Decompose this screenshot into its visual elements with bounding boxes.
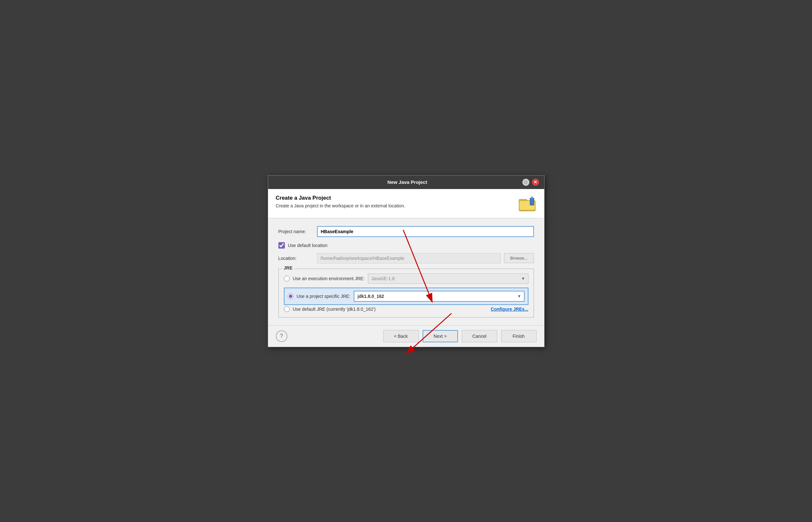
- dialog-footer: ? < Back Next > Cancel Finish: [268, 325, 544, 347]
- default-location-row: Use default location: [278, 242, 534, 248]
- use-default-location-checkbox[interactable]: [278, 242, 285, 248]
- jre-env-radio[interactable]: [284, 276, 290, 281]
- jre-project-label[interactable]: Use a project specific JRE:: [297, 294, 351, 299]
- jre-option3-row: Use default JRE (currently 'jdk1.8.0_162…: [284, 306, 528, 312]
- use-default-location-label[interactable]: Use default location: [288, 243, 328, 248]
- svg-rect-4: [532, 197, 533, 199]
- jre-option2-row: Use a project specific JRE: jdk1.8.0_162…: [284, 287, 528, 305]
- folder-icon: [519, 195, 537, 213]
- jre-default-radio[interactable]: [284, 306, 290, 312]
- jre-project-select[interactable]: jdk1.8.0_162 jdk1.8.0_191: [354, 291, 525, 302]
- dialog-header: Create a Java Project Create a Java proj…: [268, 189, 544, 218]
- jre-legend: JRE: [282, 265, 294, 270]
- header-subtitle: Create a Java project in the workspace o…: [276, 203, 513, 208]
- minimize-button[interactable]: □: [522, 179, 529, 186]
- next-button[interactable]: Next >: [422, 330, 458, 342]
- jre-project-select-wrapper: jdk1.8.0_162 jdk1.8.0_191 ▼: [354, 291, 525, 302]
- location-input[interactable]: [317, 253, 501, 263]
- header-title: Create a Java Project: [276, 195, 513, 201]
- title-bar-controls: □ ✕: [522, 179, 539, 186]
- jre-project-radio[interactable]: [288, 293, 293, 299]
- header-text: Create a Java Project Create a Java proj…: [276, 195, 513, 208]
- browse-button[interactable]: Browse...: [504, 253, 534, 263]
- footer-buttons: < Back Next > Cancel Finish: [383, 330, 537, 342]
- jre-env-select[interactable]: JavaSE-1.8 JavaSE-11 JavaSE-17: [368, 274, 528, 284]
- back-button[interactable]: < Back: [383, 330, 419, 342]
- jre-env-select-wrapper: JavaSE-1.8 JavaSE-11 JavaSE-17 ▼: [368, 274, 528, 284]
- jre-option3-left: Use default JRE (currently 'jdk1.8.0_162…: [284, 306, 376, 312]
- project-name-input[interactable]: [317, 226, 534, 237]
- jre-default-label[interactable]: Use default JRE (currently 'jdk1.8.0_162…: [293, 306, 376, 312]
- configure-jres-link[interactable]: Configure JREs...: [491, 306, 528, 312]
- finish-button[interactable]: Finish: [501, 330, 537, 342]
- dialog-title: New Java Project: [293, 179, 522, 185]
- jre-env-label[interactable]: Use an execution environment JRE:: [293, 276, 365, 281]
- dialog-window: New Java Project □ ✕ Create a Java Proje…: [268, 175, 545, 347]
- cancel-button[interactable]: Cancel: [462, 330, 497, 342]
- location-label: Location:: [278, 256, 317, 261]
- dialog-body: Project name: Use default location Locat…: [268, 218, 544, 325]
- jre-option1-row: Use an execution environment JRE: JavaSE…: [284, 274, 528, 284]
- help-button[interactable]: ?: [276, 330, 287, 342]
- jre-group-box: JRE Use an execution environment JRE: Ja…: [278, 268, 534, 318]
- location-row: Location: Browse...: [278, 253, 534, 263]
- project-name-row: Project name:: [278, 226, 534, 237]
- project-name-label: Project name:: [278, 229, 317, 234]
- close-button[interactable]: ✕: [532, 179, 539, 186]
- title-bar: New Java Project □ ✕: [268, 176, 544, 189]
